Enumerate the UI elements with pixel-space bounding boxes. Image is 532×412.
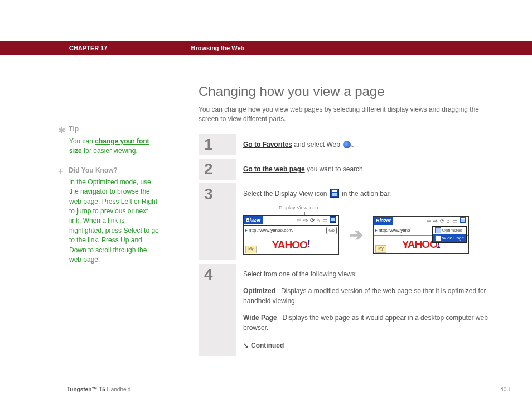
url-address: http://www.yahoo.com/ bbox=[249, 227, 325, 234]
yahoo-logo: YAHOO! bbox=[272, 236, 310, 253]
my-tab: My bbox=[245, 246, 257, 253]
chapter-number: CHAPTER 17 bbox=[69, 45, 107, 51]
asterisk-icon: ✱ bbox=[58, 125, 67, 136]
menu-item-wide-page: Wide Page bbox=[433, 234, 466, 242]
figure-label: Display View icon bbox=[279, 204, 318, 212]
step-3-body: Select the Display View icon in the acti… bbox=[236, 183, 496, 260]
menu-item-optimized: Optimized bbox=[433, 227, 466, 234]
wide-page-label: Wide Page bbox=[243, 314, 277, 322]
web-globe-icon bbox=[343, 141, 351, 148]
optimized-paragraph: Optimized Displays a modified version of… bbox=[243, 286, 493, 306]
forward-icon: ⇨ bbox=[433, 217, 438, 225]
tip-heading: Tip bbox=[69, 125, 79, 133]
back-icon: ⇦ bbox=[427, 217, 431, 225]
chapter-header-bar: CHAPTER 17 Browsing the Web bbox=[0, 41, 532, 55]
optimized-label: Optimized bbox=[243, 287, 275, 295]
display-view-menu: Optimized Wide Page bbox=[432, 226, 467, 243]
url-dropdown-icon: ▸ bbox=[245, 227, 248, 234]
continued-indicator: ↘Continued bbox=[243, 341, 493, 351]
intro-text: You can change how you view web pages by… bbox=[199, 105, 496, 124]
bookmark-icon: ▭ bbox=[452, 217, 457, 225]
page-title: Changing how you view a page bbox=[199, 84, 496, 99]
did-you-know-heading: Did You Know? bbox=[69, 166, 118, 174]
step-3: 3 Select the Display View icon in the ac… bbox=[199, 183, 496, 260]
my-tab-2: My bbox=[375, 245, 386, 253]
step-2-body: Go to the web page you want to search. bbox=[236, 159, 496, 180]
step-4-body: Select from one of the following views: … bbox=[236, 264, 496, 356]
down-right-arrow-icon: ↘ bbox=[243, 341, 249, 351]
step-2-rest: you want to search. bbox=[305, 165, 365, 173]
tip-block: ✱ Tip You can change your font size for … bbox=[59, 125, 159, 156]
device-screenshot-before: Blazer ⇦ ⇨ ⟳ ⌂ ▭ ▸ http://www.yahoo.com/ bbox=[243, 215, 339, 255]
footer: Tungsten™ T5 Handheld 403 bbox=[67, 386, 510, 392]
reload-icon: ⟳ bbox=[440, 217, 444, 225]
wide-page-paragraph: Wide Page Displays the web page as it wo… bbox=[243, 313, 493, 333]
figure-row: Display View icon Blazer ⇦ ⇨ ⟳ ⌂ ▭ bbox=[243, 215, 493, 255]
display-view-toolbar-icon bbox=[460, 217, 466, 223]
home-icon: ⌂ bbox=[447, 217, 450, 225]
chapter-title: Browsing the Web bbox=[191, 45, 244, 51]
continued-label: Continued bbox=[251, 342, 284, 349]
step-1-number: 1 bbox=[199, 134, 236, 155]
step-2-number: 2 bbox=[199, 159, 236, 180]
go-to-web-page-link[interactable]: Go to the web page bbox=[243, 165, 305, 173]
wide-page-desc: Displays the web page as it would appear… bbox=[243, 314, 488, 332]
step-1: 1 Go to Favorites and select Web . bbox=[199, 134, 496, 155]
page-number: 403 bbox=[500, 386, 510, 392]
display-view-toolbar-icon bbox=[330, 216, 336, 223]
go-to-favorites-link[interactable]: Go to Favorites bbox=[243, 141, 292, 148]
device-screenshot-after: Blazer ⇦ ⇨ ⟳ ⌂ ▭ ▸ http://www.yaho bbox=[373, 216, 469, 254]
bookmark-icon: ▭ bbox=[322, 216, 327, 224]
tip-prefix: You can bbox=[69, 137, 95, 145]
step-3-before: Select the Display View icon bbox=[243, 190, 329, 198]
app-name-label-2: Blazer bbox=[374, 217, 393, 226]
page-content: YAHOO! bbox=[244, 236, 338, 254]
back-icon: ⇦ bbox=[297, 216, 301, 224]
home-icon: ⌂ bbox=[317, 216, 320, 224]
optimized-desc: Displays a modified version of the web p… bbox=[243, 287, 486, 305]
go-button: Go bbox=[326, 227, 337, 234]
step-3-number: 3 bbox=[199, 183, 236, 260]
reload-icon: ⟳ bbox=[310, 216, 315, 224]
toolbar: ⇦ ⇨ ⟳ ⌂ ▭ bbox=[263, 216, 338, 224]
step-4-lead: Select from one of the following views: bbox=[243, 269, 493, 279]
tip-body: You can change your font size for easier… bbox=[69, 137, 159, 156]
optimized-icon bbox=[435, 227, 441, 233]
toolbar-2: ⇦ ⇨ ⟳ ⌂ ▭ bbox=[393, 217, 468, 225]
sidebar: ✱ Tip You can change your font size for … bbox=[59, 125, 159, 275]
forward-icon: ⇨ bbox=[303, 216, 308, 224]
product-name: Tungsten™ T5 Handheld bbox=[67, 386, 130, 392]
footer-rule bbox=[67, 384, 510, 384]
display-view-icon bbox=[330, 189, 339, 198]
did-you-know-block: + Did You Know? In the Optimized mode, u… bbox=[59, 166, 159, 265]
main-content: Changing how you view a page You can cha… bbox=[199, 84, 496, 360]
app-name-label: Blazer bbox=[244, 216, 263, 225]
step-4: 4 Select from one of the following views… bbox=[199, 264, 496, 356]
wide-page-icon bbox=[435, 235, 441, 241]
step-1-rest: and select Web bbox=[292, 141, 342, 148]
step-2: 2 Go to the web page you want to search. bbox=[199, 159, 496, 180]
arrow-right-icon: ➔ bbox=[349, 222, 363, 247]
url-dropdown-icon: ▸ bbox=[375, 227, 378, 234]
did-you-know-body: In the Optimized mode, use the navigator… bbox=[69, 178, 159, 265]
plus-icon: + bbox=[58, 166, 67, 176]
step-4-number: 4 bbox=[199, 264, 236, 356]
step-3-after: in the action bar. bbox=[340, 190, 391, 198]
step-1-body: Go to Favorites and select Web . bbox=[236, 134, 496, 155]
tip-suffix: for easier viewing. bbox=[82, 147, 138, 155]
